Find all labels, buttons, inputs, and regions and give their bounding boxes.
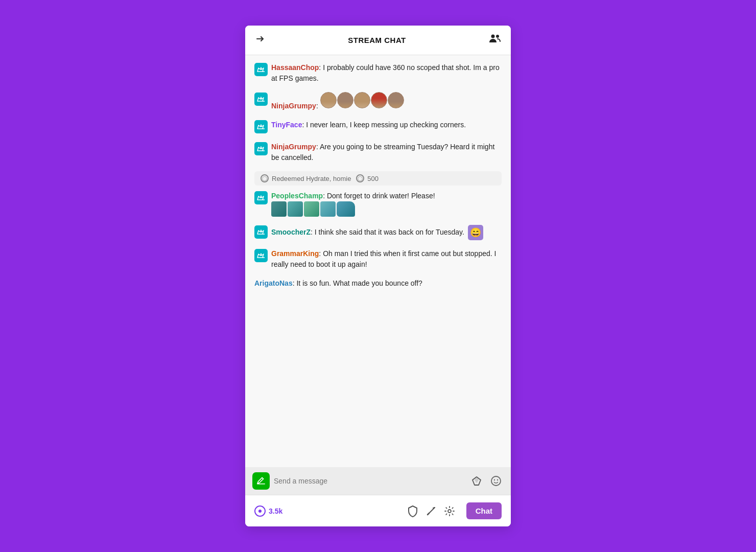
chat-message: HassaanChop: I probably could have 360 n… (254, 62, 502, 84)
compose-icon-button[interactable] (252, 472, 270, 490)
sword-icon[interactable] (426, 505, 437, 517)
username: ArigatoNas (254, 279, 293, 287)
crown-badge (254, 93, 268, 106)
message-content: NinjaGrumpy: Are you going to be streami… (271, 142, 502, 163)
coin-icon: ◯ (261, 174, 269, 182)
chat-message: PeoplesChamp: Dont forget to drink water… (254, 191, 502, 217)
emote (337, 201, 355, 217)
username: HassaanChop (271, 63, 319, 72)
chat-message: GrammarKing: Oh man I tried this when it… (254, 248, 502, 270)
svg-point-9 (258, 510, 262, 513)
emote (371, 92, 387, 108)
svg-line-12 (433, 508, 435, 508)
redemption-points: 500 (367, 175, 379, 182)
message-content: TinyFace: I never learn, I keep messing … (271, 120, 502, 130)
cheers-icon[interactable] (469, 473, 484, 489)
shield-icon[interactable] (407, 505, 418, 517)
chat-message: NinjaGrumpy: Are you going to be streami… (254, 142, 502, 163)
crown-badge (254, 63, 268, 76)
viewer-count-label: 3.5k (269, 507, 282, 515)
messages-area: HassaanChop: I probably could have 360 n… (245, 55, 511, 467)
emote-group (320, 92, 404, 108)
emote (271, 201, 287, 217)
message-content: SmoocherZ: I think she said that it was … (271, 225, 502, 240)
crown-badge (254, 120, 268, 133)
message-content: ArigatoNas: It is so fun. What made you … (254, 278, 502, 289)
emote-picker-icon[interactable] (488, 473, 504, 489)
username: GrammarKing (271, 249, 319, 258)
coin-points-icon: ◯ (356, 174, 364, 182)
chat-message: NinjaGrumpy: (254, 92, 502, 111)
bottom-action-bar: Chat (407, 502, 502, 519)
svg-point-13 (448, 510, 451, 513)
emote (320, 201, 336, 217)
header-title: STREAM CHAT (348, 36, 406, 44)
crown-badge (254, 142, 268, 155)
svg-point-1 (491, 34, 494, 38)
message-input-area (245, 467, 511, 495)
settings-icon[interactable] (444, 505, 455, 517)
message-content: GrammarKing: Oh man I tried this when it… (271, 248, 502, 270)
svg-point-7 (494, 479, 495, 480)
message-input[interactable] (274, 477, 465, 485)
chat-message: ArigatoNas: It is so fun. What made you … (254, 278, 502, 289)
emote (337, 92, 353, 108)
emote: 😄 (468, 225, 483, 240)
users-icon[interactable] (488, 32, 502, 49)
svg-point-8 (497, 479, 498, 480)
message-text: : I never learn, I keep messing up check… (302, 121, 466, 129)
emote (388, 92, 404, 108)
chat-message: SmoocherZ: I think she said that it was … (254, 225, 502, 240)
emote (304, 201, 319, 217)
message-content: PeoplesChamp: Dont forget to drink water… (271, 191, 502, 217)
crown-badge (254, 225, 268, 239)
emote (320, 92, 337, 108)
svg-point-2 (496, 35, 499, 38)
message-content: HassaanChop: I probably could have 360 n… (271, 62, 502, 84)
chat-button[interactable]: Chat (466, 502, 502, 519)
chat-message: TinyFace: I never learn, I keep messing … (254, 120, 502, 133)
svg-rect-3 (257, 484, 265, 485)
redemption-text: Redeemed Hydrate, homie (272, 175, 351, 182)
message-content: NinjaGrumpy: (271, 92, 502, 111)
emote (288, 201, 303, 217)
chat-header: STREAM CHAT (245, 26, 511, 55)
viewer-count: 3.5k (254, 505, 282, 517)
username: SmoocherZ (271, 228, 311, 236)
message-text: : Dont forget to drink water! Please! (323, 192, 435, 200)
emote-group (271, 201, 355, 217)
crown-badge (254, 249, 268, 262)
svg-line-11 (428, 513, 429, 515)
crown-badge (254, 191, 268, 204)
username: NinjaGrumpy (271, 143, 316, 151)
bottom-bar: 3.5k (245, 495, 511, 526)
redemption-notice: ◯ Redeemed Hydrate, homie ◯ 500 (254, 171, 502, 186)
collapse-icon[interactable] (254, 33, 266, 47)
svg-point-6 (491, 476, 501, 486)
chat-panel: STREAM CHAT HassaanChop: I probably coul… (245, 26, 511, 526)
username: TinyFace (271, 121, 302, 129)
username: NinjaGrumpy (271, 102, 316, 110)
message-text: : (316, 102, 320, 110)
message-text: : It is so fun. What made you bounce off… (293, 279, 422, 287)
username: PeoplesChamp (271, 192, 323, 200)
viewer-icon (254, 505, 266, 517)
emote (354, 92, 370, 108)
message-text: : I think she said that it was back on f… (311, 228, 466, 236)
